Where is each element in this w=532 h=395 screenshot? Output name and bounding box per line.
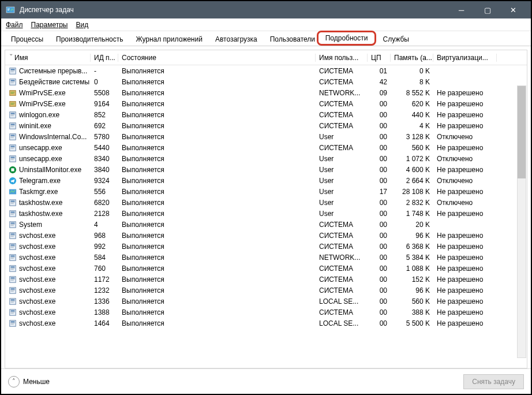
tab-services[interactable]: Службы <box>376 32 415 46</box>
cell-mem: 388 K <box>391 308 433 316</box>
cell-virt: Не разрешено <box>433 210 497 218</box>
cell-name: Бездействие системы <box>5 78 91 86</box>
col-name[interactable]: Имя <box>5 54 91 62</box>
process-rows[interactable]: Системные прерыв...-ВыполняетсяСИСТЕМА01… <box>5 65 527 368</box>
cell-pid: - <box>91 67 118 75</box>
tab-app-history[interactable]: Журнал приложений <box>130 32 209 46</box>
menu-options[interactable]: Параметры <box>31 21 68 29</box>
cell-mem: 1 088 K <box>391 264 433 273</box>
col-cpu[interactable]: ЦП <box>368 54 391 62</box>
menu-file[interactable]: Файл <box>6 21 23 29</box>
col-virt[interactable]: Виртуализаци... <box>433 54 497 62</box>
cell-name: Системные прерыв... <box>5 67 91 75</box>
cell-pid: 556 <box>91 188 118 196</box>
table-row[interactable]: svchost.exe1232ВыполняетсяСИСТЕМА0096 KН… <box>5 285 527 296</box>
table-row[interactable]: taskhostw.exe2128ВыполняетсяUser001 748 … <box>5 208 527 219</box>
process-icon <box>9 111 17 119</box>
table-row[interactable]: svchost.exe1464ВыполняетсяLOCAL SE...005… <box>5 318 527 329</box>
svg-rect-28 <box>11 137 14 137</box>
cell-mem: 560 K <box>391 297 433 305</box>
cell-pid: 0 <box>91 78 118 86</box>
menu-view[interactable]: Вид <box>76 21 88 29</box>
cell-virt: Не разрешено <box>433 111 497 119</box>
svg-rect-19 <box>11 114 15 115</box>
table-row[interactable]: svchost.exe584ВыполняетсяNETWORK...005 3… <box>5 252 527 263</box>
close-button[interactable]: ✕ <box>500 1 526 18</box>
cell-user: СИСТЕМА <box>316 100 368 108</box>
table-row[interactable]: wininit.exe692ВыполняетсяСИСТЕМА004 KНе … <box>5 120 527 131</box>
cell-cpu: 00 <box>368 264 391 273</box>
svg-rect-1 <box>8 9 10 9</box>
table-row[interactable]: Системные прерыв...-ВыполняетсяСИСТЕМА01… <box>5 65 527 76</box>
table-row[interactable]: svchost.exe1172ВыполняетсяСИСТЕМА00152 K… <box>5 274 527 285</box>
cell-state: Выполняется <box>118 319 316 327</box>
table-row[interactable]: unsecapp.exe8340ВыполняетсяUser001 072 K… <box>5 153 527 164</box>
cell-mem: 1 748 K <box>391 210 433 218</box>
svg-rect-88 <box>11 323 14 324</box>
table-row[interactable]: WmiPrvSE.exe5508ВыполняетсяNETWORK...098… <box>5 87 527 98</box>
svg-rect-32 <box>11 148 14 148</box>
tab-details[interactable]: Подробности <box>317 31 377 46</box>
table-row[interactable]: winlogon.exe852ВыполняетсяСИСТЕМА00440 K… <box>5 109 527 120</box>
cell-cpu: 00 <box>368 122 391 130</box>
cell-user: User <box>316 155 368 163</box>
cell-cpu: 00 <box>368 243 391 251</box>
cell-state: Выполняется <box>118 89 316 97</box>
cell-virt: Не разрешено <box>433 144 497 152</box>
cell-user: User <box>316 210 368 218</box>
cell-name: svchost.exe <box>5 254 91 262</box>
table-row[interactable]: svchost.exe760ВыполняетсяСИСТЕМА001 088 … <box>5 263 527 274</box>
svg-rect-74 <box>11 288 15 289</box>
table-row[interactable]: UninstallMonitor.exe3840ВыполняетсяUser0… <box>5 164 527 175</box>
cell-user: СИСТЕМА <box>316 275 368 284</box>
cell-pid: 692 <box>91 122 118 130</box>
minimize-button[interactable]: ─ <box>448 1 474 18</box>
tab-users[interactable]: Пользователи <box>264 32 317 46</box>
col-state[interactable]: Состояние <box>118 54 316 62</box>
menu-bar: Файл Параметры Вид <box>1 18 531 31</box>
cell-name: Telegram.exe <box>5 177 91 185</box>
table-row[interactable]: svchost.exe1336ВыполняетсяLOCAL SE...005… <box>5 296 527 307</box>
cell-user: СИСТЕМА <box>316 111 368 119</box>
table-row[interactable]: Бездействие системы0ВыполняетсяСИСТЕМА42… <box>5 76 527 87</box>
svg-rect-43 <box>11 202 15 203</box>
col-mem[interactable]: Память (а... <box>391 54 433 62</box>
cell-name: svchost.exe <box>5 286 91 295</box>
cell-mem: 5 384 K <box>391 254 433 262</box>
cell-user: СИСТЕМА <box>316 243 368 251</box>
tab-startup[interactable]: Автозагрузка <box>209 32 264 46</box>
cell-user: NETWORK... <box>316 254 368 262</box>
scrollbar-thumb[interactable] <box>518 86 526 178</box>
tab-performance[interactable]: Производительность <box>50 32 129 46</box>
table-row[interactable]: unsecapp.exe5440ВыполняетсяСИСТЕМА00560 … <box>5 142 527 153</box>
process-icon <box>9 254 17 262</box>
cell-user: СИСТЕМА <box>316 264 368 273</box>
svg-rect-47 <box>11 213 15 214</box>
column-headers: Имя ИД п... Состояние Имя польз... ЦП Па… <box>5 50 527 65</box>
process-icon <box>9 286 17 295</box>
end-task-button[interactable]: Снять задачу <box>463 374 524 389</box>
table-row[interactable]: System4ВыполняетсяСИСТЕМА0020 K <box>5 219 527 230</box>
table-row[interactable]: Telegram.exe9324ВыполняетсяUser002 664 K… <box>5 175 527 186</box>
svg-rect-70 <box>11 277 15 278</box>
process-icon <box>9 78 17 86</box>
table-row[interactable]: svchost.exe992ВыполняетсяСИСТЕМА006 368 … <box>5 241 527 252</box>
table-row[interactable]: taskhostw.exe6820ВыполняетсяUser002 832 … <box>5 197 527 208</box>
table-row[interactable]: svchost.exe968ВыполняетсяСИСТЕМА0096 KНе… <box>5 230 527 241</box>
table-row[interactable]: WindowsInternal.Co...5780ВыполняетсяUser… <box>5 131 527 142</box>
col-user[interactable]: Имя польз... <box>316 54 368 62</box>
table-row[interactable]: svchost.exe1388ВыполняетсяСИСТЕМА00388 K… <box>5 307 527 318</box>
svg-rect-8 <box>11 80 15 81</box>
table-row[interactable]: WmiPrvSE.exe9164ВыполняетсяСИСТЕМА00620 … <box>5 98 527 109</box>
cell-virt: Не разрешено <box>433 122 497 130</box>
maximize-button[interactable]: ▢ <box>474 1 500 18</box>
table-row[interactable]: Taskmgr.exe556ВыполняетсяUser1728 108 KН… <box>5 186 527 197</box>
svg-rect-54 <box>11 233 15 234</box>
cell-name: WmiPrvSE.exe <box>5 89 91 97</box>
col-pid[interactable]: ИД п... <box>91 54 118 62</box>
fewer-details-toggle[interactable]: ˄ Меньше <box>8 376 50 387</box>
svg-rect-44 <box>11 203 14 203</box>
svg-rect-12 <box>11 92 15 92</box>
tab-processes[interactable]: Процессы <box>5 32 50 46</box>
svg-rect-58 <box>11 244 15 245</box>
